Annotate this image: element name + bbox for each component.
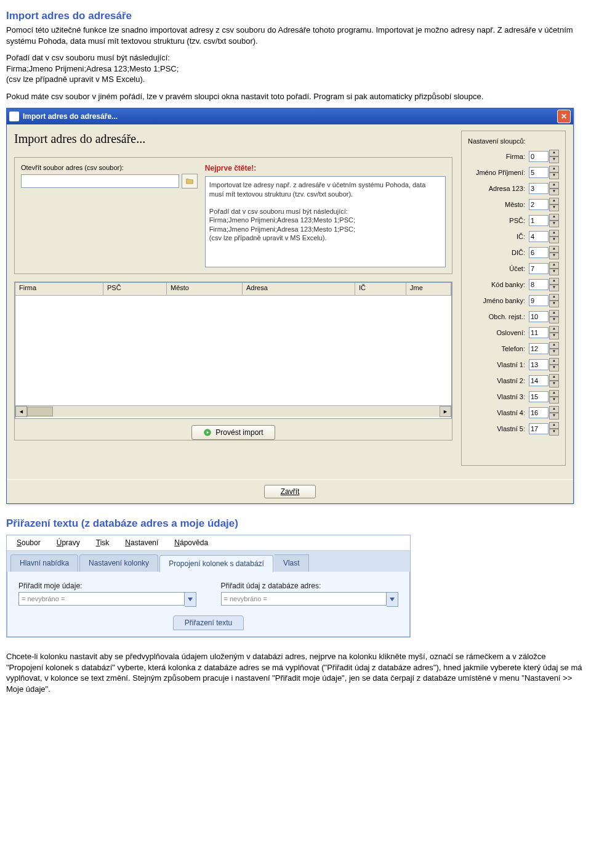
tab[interactable]: Vlast — [275, 554, 309, 572]
spinner-up-button[interactable]: ▲ — [549, 406, 559, 413]
setting-spinner[interactable] — [529, 391, 549, 402]
setting-row: PSČ:▲▼ — [468, 214, 559, 227]
setting-spinner[interactable] — [529, 231, 549, 242]
spinner-down-button[interactable]: ▼ — [549, 237, 559, 243]
spinner-up-button[interactable]: ▲ — [549, 230, 559, 237]
file-path-input[interactable] — [21, 174, 179, 188]
tab[interactable]: Propojení kolonek s databází — [159, 555, 273, 572]
setting-label: Kód banky: — [468, 281, 529, 288]
spinner-down-button[interactable]: ▼ — [549, 285, 559, 291]
spinner-up-button[interactable]: ▲ — [549, 374, 559, 381]
setting-spinner[interactable] — [529, 375, 549, 386]
spinner-up-button[interactable]: ▲ — [549, 342, 559, 349]
setting-spinner[interactable] — [529, 199, 549, 210]
scroll-right-button[interactable]: ► — [440, 406, 451, 417]
spinner-down-button[interactable]: ▼ — [549, 429, 559, 436]
spinner-down-button[interactable]: ▼ — [549, 333, 559, 339]
column-header[interactable]: Adresa — [243, 283, 355, 295]
setting-label: Vlastní 3: — [468, 393, 529, 400]
scroll-thumb[interactable] — [27, 407, 53, 416]
titlebar[interactable]: Import adres do adresáře... ✕ — [7, 108, 573, 124]
menu-item[interactable]: Soubor — [9, 537, 48, 549]
spinner-up-button[interactable]: ▲ — [549, 294, 559, 301]
spinner-down-button[interactable]: ▼ — [549, 221, 559, 227]
spinner-down-button[interactable]: ▼ — [549, 156, 559, 163]
doc-para-4: Chcete-li kolonku nastavit aby se předvy… — [6, 651, 585, 694]
spinner-up-button[interactable]: ▲ — [549, 198, 559, 205]
column-header[interactable]: PSČ — [103, 283, 167, 295]
run-import-button[interactable]: Provést import — [191, 425, 275, 440]
setting-label: Vlastní 5: — [468, 425, 529, 432]
spinner-down-button[interactable]: ▼ — [549, 269, 559, 275]
column-header[interactable]: IČ — [355, 283, 406, 295]
menu-item[interactable]: Nápověda — [167, 537, 215, 549]
setting-spinner[interactable] — [529, 407, 549, 418]
tab[interactable]: Hlavní nabídka — [10, 554, 78, 572]
spinner-down-button[interactable]: ▼ — [549, 381, 559, 387]
spinner-down-button[interactable]: ▼ — [549, 413, 559, 420]
doc-para-1: Pomocí této užitečné funkce lze snadno i… — [6, 25, 585, 46]
menu-item[interactable]: Tisk — [89, 537, 117, 549]
dropdown-button-1[interactable] — [185, 592, 196, 607]
dropdown-button-2[interactable] — [387, 592, 398, 607]
read-first-label: Nejprve čtěte!: — [205, 164, 446, 172]
setting-spinner[interactable] — [529, 263, 549, 274]
browse-button[interactable] — [182, 174, 198, 189]
spinner-up-button[interactable]: ▲ — [549, 358, 559, 365]
spinner-up-button[interactable]: ▲ — [549, 150, 559, 156]
setting-spinner[interactable] — [529, 327, 549, 338]
import-dialog: Import adres do adresáře... ✕ Import adr… — [6, 108, 574, 504]
spinner-down-button[interactable]: ▼ — [549, 189, 559, 195]
spinner-up-button[interactable]: ▲ — [549, 262, 559, 269]
setting-spinner[interactable] — [529, 183, 549, 194]
spinner-up-button[interactable]: ▲ — [549, 326, 559, 333]
setting-spinner[interactable] — [529, 167, 549, 178]
setting-spinner[interactable] — [529, 311, 549, 322]
close-icon[interactable]: ✕ — [557, 110, 571, 123]
setting-spinner[interactable] — [529, 151, 549, 162]
spinner-down-button[interactable]: ▼ — [549, 397, 559, 404]
scroll-left-button[interactable]: ◄ — [15, 406, 27, 417]
spinner-up-button[interactable]: ▲ — [549, 390, 559, 397]
setting-spinner[interactable] — [529, 359, 549, 370]
setting-spinner[interactable] — [529, 279, 549, 290]
setting-spinner[interactable] — [529, 295, 549, 306]
spinner-up-button[interactable]: ▲ — [549, 310, 559, 317]
spinner-up-button[interactable]: ▲ — [549, 246, 559, 253]
spinner-down-button[interactable]: ▼ — [549, 253, 559, 259]
spinner-down-button[interactable]: ▼ — [549, 349, 559, 355]
menubar: SouborÚpravyTiskNastaveníNápověda — [7, 535, 410, 551]
spinner-down-button[interactable]: ▼ — [549, 205, 559, 211]
close-button[interactable]: Zavřít — [264, 485, 316, 498]
setting-spinner[interactable] — [529, 343, 549, 354]
spinner-up-button[interactable]: ▲ — [549, 166, 559, 172]
spinner-down-button[interactable]: ▼ — [549, 365, 559, 371]
spinner-up-button[interactable]: ▲ — [549, 182, 559, 189]
menu-item[interactable]: Úpravy — [49, 537, 87, 549]
info-textarea[interactable]: Importovat lze adresy např. z adresáře v… — [205, 176, 446, 267]
setting-label: Adresa 123: — [468, 185, 529, 192]
spinner-down-button[interactable]: ▼ — [549, 301, 559, 307]
setting-spinner[interactable] — [529, 423, 549, 434]
assign-my-combo[interactable] — [18, 592, 185, 606]
column-header[interactable]: Jme — [406, 283, 451, 295]
tab[interactable]: Nastavení kolonky — [79, 554, 158, 572]
spinner-down-button[interactable]: ▼ — [549, 317, 559, 323]
setting-label: Město: — [468, 201, 529, 208]
subtab-assign-text[interactable]: Přiřazení textu — [173, 615, 244, 630]
setting-spinner[interactable] — [529, 247, 549, 258]
horizontal-scrollbar[interactable]: ◄ ► — [15, 405, 451, 417]
preview-table[interactable]: FirmaPSČMěstoAdresaIČJme ◄ ► — [15, 282, 452, 419]
setting-spinner[interactable] — [529, 215, 549, 226]
doc-heading-2: Přiřazení textu (z databáze adres a moje… — [6, 517, 585, 530]
menu-item[interactable]: Nastavení — [118, 537, 166, 549]
spinner-up-button[interactable]: ▲ — [549, 422, 559, 429]
setting-label: Jméno banky: — [468, 297, 529, 304]
assign-db-combo[interactable] — [221, 592, 387, 606]
column-header[interactable]: Firma — [15, 283, 103, 295]
spinner-up-button[interactable]: ▲ — [549, 214, 559, 221]
spinner-down-button[interactable]: ▼ — [549, 172, 559, 179]
doc-para-3: Pokud máte csv soubor v jiném pořádí, lz… — [6, 91, 585, 102]
column-header[interactable]: Město — [167, 283, 243, 295]
spinner-up-button[interactable]: ▲ — [549, 278, 559, 285]
